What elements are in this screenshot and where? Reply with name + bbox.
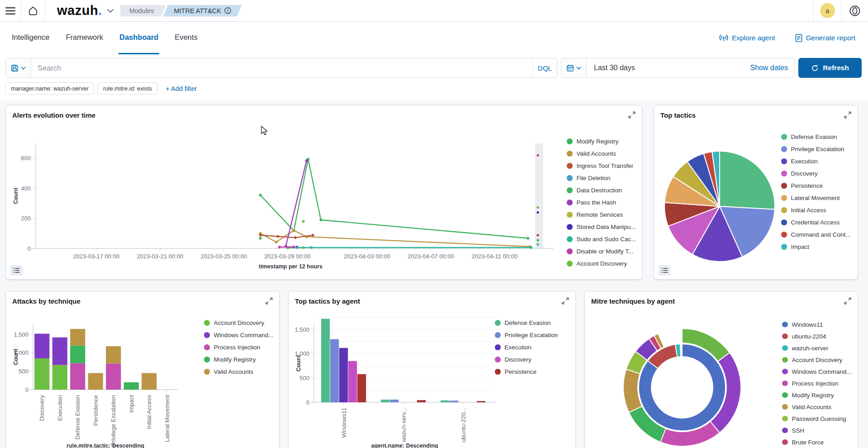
info-icon[interactable] xyxy=(224,7,231,14)
filter-pill-rule-mitre-id[interactable]: rule.mitre.id: exists xyxy=(98,82,157,95)
legend-item[interactable]: Persistence xyxy=(495,366,573,378)
svg-text:Windows11: Windows11 xyxy=(341,408,347,438)
attacks-by-technique-chart[interactable]: 05001,0001,500DiscoveryExecutionDefense … xyxy=(11,316,206,448)
legend-item[interactable]: Stored Data Manipu... xyxy=(567,221,640,233)
legend-item[interactable]: Account Discovery xyxy=(567,257,640,270)
menu-button[interactable] xyxy=(0,0,21,22)
legend-item[interactable]: Credential Access xyxy=(781,216,854,229)
expand-icon[interactable] xyxy=(844,111,852,119)
date-quick-select-button[interactable] xyxy=(561,58,587,77)
legend-item[interactable]: Privilege Escalation xyxy=(781,143,854,155)
expand-icon[interactable] xyxy=(265,297,273,305)
legend-item[interactable]: Ingress Tool Transfer xyxy=(567,160,640,172)
time-range-value[interactable]: Last 30 days xyxy=(587,64,635,72)
legend-item[interactable]: Password Guessing xyxy=(782,413,857,424)
top-tactics-legend: Defense EvasionPrivilege EscalationExecu… xyxy=(781,131,854,253)
legend-item[interactable]: Windows Command... xyxy=(204,329,276,341)
tab-dashboard[interactable]: Dashboard xyxy=(119,22,159,54)
legend-color-dot xyxy=(204,369,210,375)
legend-label: Windows Command... xyxy=(214,332,274,338)
legend-item[interactable]: SSH xyxy=(782,424,857,436)
panel-alerts-evolution: Alerts evolution over time 0200400600202… xyxy=(5,105,642,280)
legend-label: Windows11 xyxy=(792,321,823,328)
legend-label: Modify Registry xyxy=(792,392,834,399)
expand-icon[interactable] xyxy=(561,297,569,305)
tab-framework[interactable]: Framework xyxy=(65,22,104,54)
legend-item[interactable]: Windows Command... xyxy=(782,366,857,377)
refresh-button[interactable]: Refresh xyxy=(798,58,862,78)
legend-item[interactable]: Windows11 xyxy=(782,319,857,330)
panel-top-tactics-by-agent: Top tactics by agent 05001,0001,500Windo… xyxy=(288,291,576,448)
legend-label: Valid Accounts xyxy=(214,368,254,375)
add-filter-button[interactable]: + Add filter xyxy=(166,85,197,92)
legend-label: Sudo and Sudo Cac... xyxy=(577,236,636,243)
legend-item[interactable]: Account Discovery xyxy=(204,317,276,329)
legend-item[interactable]: Valid Accounts xyxy=(567,148,640,160)
svg-text:0: 0 xyxy=(28,245,31,252)
legend-color-dot xyxy=(495,344,501,350)
query-language-button[interactable]: DQL xyxy=(532,58,557,77)
legend-item[interactable]: ubuntu-2204 xyxy=(782,330,857,342)
home-button[interactable] xyxy=(21,0,45,22)
chevron-down-icon[interactable] xyxy=(107,9,114,13)
legend-label: Discovery xyxy=(791,170,818,177)
expand-icon[interactable] xyxy=(628,111,636,119)
legend-item[interactable]: Initial Access xyxy=(781,204,854,216)
tab-intelligence[interactable]: Intelligence xyxy=(11,22,50,54)
legend-item[interactable]: File Deletion xyxy=(567,172,640,184)
legend-item[interactable]: Data Destruction xyxy=(567,184,640,196)
legend-item[interactable]: Process Injection xyxy=(782,377,857,389)
help-button[interactable] xyxy=(842,0,868,22)
legend-item[interactable]: Command and Cont... xyxy=(781,229,854,241)
saved-queries-button[interactable] xyxy=(6,58,31,77)
alerts-evolution-chart[interactable]: 02004006002023-03-17 00:002023-03-21 00:… xyxy=(9,125,566,276)
breadcrumb-modules[interactable]: Modules xyxy=(120,5,166,17)
legend-item[interactable]: Pass the Hash xyxy=(567,196,640,209)
legend-item[interactable]: Modify Registry xyxy=(567,135,640,148)
expand-icon[interactable] xyxy=(844,297,852,305)
legend-color-dot xyxy=(781,219,787,225)
filter-pill-manager-name[interactable]: manager.name: wazuh-server xyxy=(5,82,94,95)
legend-toggle-button[interactable] xyxy=(659,265,671,276)
legend-item[interactable]: Defense Evasion xyxy=(781,131,854,143)
explore-agent-button[interactable]: Explore agent xyxy=(719,34,775,42)
legend-item[interactable]: Valid Accounts xyxy=(204,366,276,378)
legend-color-dot xyxy=(782,439,788,445)
show-dates-button[interactable]: Show dates xyxy=(750,64,794,72)
legend-toggle-button[interactable] xyxy=(10,265,23,276)
mitre-techniques-by-agent-chart[interactable] xyxy=(614,319,750,448)
legend-item[interactable]: Persistence xyxy=(781,180,854,192)
avatar[interactable]: a xyxy=(820,3,835,18)
legend-item[interactable]: Brute Force xyxy=(782,436,857,448)
legend-item[interactable]: Disable or Modify T... xyxy=(567,245,640,257)
legend-item[interactable]: Process Injection xyxy=(204,341,276,353)
top-tactics-chart[interactable] xyxy=(663,150,776,265)
tab-events[interactable]: Events xyxy=(174,22,198,54)
legend-label: Lateral Movement xyxy=(791,195,840,201)
legend-item[interactable]: Execution xyxy=(495,341,573,353)
legend-color-dot xyxy=(782,404,788,410)
legend-item[interactable]: Privilege Escalation xyxy=(495,329,573,341)
legend-item[interactable]: Remote Services xyxy=(567,209,640,221)
legend-item[interactable]: Impact xyxy=(781,241,854,253)
legend-item[interactable]: Discovery xyxy=(781,167,854,180)
legend-item[interactable]: Discovery xyxy=(495,353,573,366)
legend-item[interactable]: Sudo and Sudo Cac... xyxy=(567,233,640,245)
legend-color-dot xyxy=(567,261,573,267)
svg-text:2023-03-21 00:00: 2023-03-21 00:00 xyxy=(137,253,183,260)
panel-title: Attacks by technique xyxy=(12,297,81,305)
legend-item[interactable]: Defense Evasion xyxy=(495,317,573,329)
search-input[interactable] xyxy=(31,64,532,72)
legend-item[interactable]: Modify Registry xyxy=(782,389,857,401)
legend-item[interactable]: Account Discovery xyxy=(782,354,857,366)
legend-color-dot xyxy=(781,232,787,238)
wazuh-logo[interactable]: wazuh. xyxy=(57,3,102,18)
legend-item[interactable]: wazuh-server xyxy=(782,342,857,354)
legend-item[interactable]: Execution xyxy=(781,155,854,167)
legend-item[interactable]: Modify Registry xyxy=(204,353,276,366)
breadcrumb-mitre-attack[interactable]: MITRE ATT&CK xyxy=(163,5,242,17)
legend-item[interactable]: Valid Accounts xyxy=(782,401,857,413)
legend-item[interactable]: Lateral Movement xyxy=(781,192,854,204)
generate-report-button[interactable]: Generate report xyxy=(795,34,855,42)
help-icon xyxy=(849,5,861,17)
